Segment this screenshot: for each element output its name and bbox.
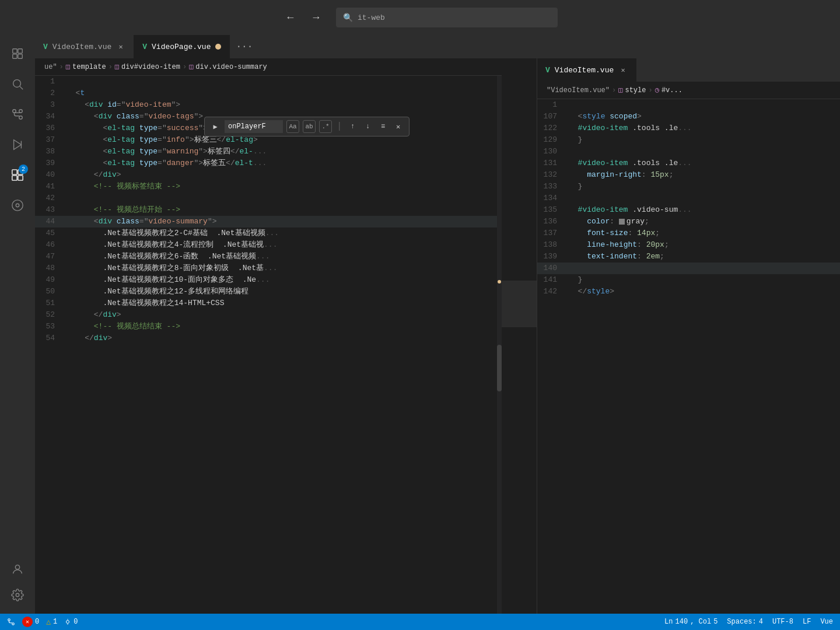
status-language[interactable]: Vue <box>820 618 833 626</box>
breadcrumb-right-selector: #v... <box>662 86 682 94</box>
code-line: 2 <t <box>35 88 502 99</box>
scroll-thumb[interactable] <box>497 345 502 391</box>
status-warning[interactable]: △ 1 <box>46 617 57 626</box>
minimap-canvas <box>502 58 537 614</box>
svg-point-18 <box>16 593 19 597</box>
code-line-highlight: 44 <div class="video-summary"> <box>35 216 502 228</box>
search-expand-arrow[interactable]: ▶ <box>209 121 221 132</box>
match-word-button[interactable]: ab <box>303 120 316 133</box>
find-next-button[interactable]: ↓ <box>362 121 374 132</box>
status-col: 5 <box>713 618 718 626</box>
code-line: 139 text-indent: 2em; <box>537 251 840 262</box>
status-right: Ln 140 , Col 5 Spaces: 4 UTF-8 LF Vue <box>664 618 833 626</box>
error-icon: ✕ <box>22 617 33 627</box>
ports-count: 0 <box>74 618 78 626</box>
vue-icon-1: V <box>43 43 48 51</box>
code-line: 133 } <box>537 181 840 192</box>
forward-button[interactable]: → <box>308 9 324 26</box>
activity-run[interactable] <box>5 132 30 158</box>
breadcrumb-icon-2: ◫ <box>115 62 119 71</box>
top-bar: ← → 🔍 it-web <box>0 0 840 35</box>
tab-label-2: VideoPage.vue <box>152 43 211 51</box>
breadcrumb-right-style: style <box>625 86 646 94</box>
code-line: 135 #video-item .video-sum... <box>537 204 840 216</box>
activity-settings[interactable] <box>5 582 30 608</box>
minimap-slider[interactable] <box>502 281 537 327</box>
find-prev-button[interactable]: ↑ <box>347 121 359 132</box>
svg-rect-15 <box>18 176 23 180</box>
tab-close-right[interactable]: ✕ <box>618 65 628 75</box>
left-code-area[interactable]: 1 2 <t 3 <div id="video-item"> <box>35 76 502 614</box>
code-line: 48 .Net基础视频教程之8-面向对象初级 .Net基... <box>35 262 502 274</box>
tab-videoitem-right[interactable]: V VideoItem.vue ✕ <box>537 58 636 82</box>
scroll-indicator <box>497 76 502 614</box>
activity-account[interactable] <box>5 556 30 582</box>
svg-rect-1 <box>18 49 22 53</box>
status-ports[interactable]: 0 <box>64 618 78 626</box>
code-line: 107 <style scoped> <box>537 111 840 123</box>
address-bar[interactable]: 🔍 it-web <box>336 8 558 27</box>
language-value: Vue <box>820 618 833 626</box>
tab-videopage[interactable]: V VideoPage.vue <box>134 35 230 58</box>
tab-label-1: VideoItem.vue <box>52 43 111 51</box>
line-ending-value: LF <box>803 618 811 626</box>
activity-search[interactable] <box>5 71 30 97</box>
tabs-more-button[interactable]: ··· <box>230 41 258 52</box>
match-case-button[interactable]: Aa <box>286 120 299 133</box>
warning-count: 1 <box>53 618 57 626</box>
svg-rect-3 <box>18 54 22 58</box>
code-line: 38 <el-tag type="warning">标签四</el-... <box>35 146 502 158</box>
right-code-area[interactable]: 1 107 <style scoped> 122 #video-item .to… <box>537 99 840 614</box>
code-line: 52 </div> <box>35 309 502 321</box>
activity-remote[interactable] <box>5 192 30 218</box>
tab-close-1[interactable]: ✕ <box>116 42 125 51</box>
editor-split: ue" › ◫ template › ◫ div#video-item › ◫ … <box>35 58 840 614</box>
search-find-input[interactable] <box>225 120 283 133</box>
search-icon: 🔍 <box>343 13 353 23</box>
find-menu-button[interactable]: ≡ <box>377 121 389 132</box>
svg-point-16 <box>16 204 19 207</box>
encoding-value: UTF-8 <box>772 618 793 626</box>
right-editor-pane: V VideoItem.vue ✕ "VideoItem.vue" › ◫ st… <box>537 58 840 614</box>
activity-bottom-group <box>5 556 30 608</box>
svg-rect-2 <box>13 54 17 58</box>
breadcrumb-div-summary: div.video-summary <box>195 63 267 71</box>
breadcrumb-left: ue" › ◫ template › ◫ div#video-item › ◫ … <box>35 58 502 76</box>
code-line: 122 #video-item .tools .le... <box>537 123 840 134</box>
breadcrumb-icon-3: ◫ <box>189 62 193 71</box>
regex-button[interactable]: .* <box>319 120 332 133</box>
tab-videoitem-1[interactable]: V VideoItem.vue ✕ <box>35 35 134 58</box>
activity-source-control[interactable] <box>5 102 30 127</box>
code-line: 134 <box>537 192 840 204</box>
activity-extensions[interactable]: 2 <box>5 162 30 188</box>
vue-icon-right: V <box>545 66 550 75</box>
code-line: 130 <box>537 146 840 158</box>
svg-rect-12 <box>12 170 17 174</box>
status-bar: ✕ 0 △ 1 0 Ln 140 , Col 5 Spaces: 4 <box>0 614 840 630</box>
editor-container: V VideoItem.vue ✕ V VideoPage.vue ··· ue… <box>35 35 840 614</box>
status-encoding[interactable]: UTF-8 <box>772 618 793 626</box>
status-branch[interactable] <box>7 618 15 626</box>
left-editor-pane: ue" › ◫ template › ◫ div#video-item › ◫ … <box>35 58 502 614</box>
breadcrumb-icon-1: ◫ <box>66 62 70 71</box>
code-table-left: 1 2 <t 3 <div id="video-item"> <box>35 76 502 344</box>
svg-rect-0 <box>13 49 17 53</box>
svg-point-19 <box>8 619 10 621</box>
status-position[interactable]: Ln 140 , Col 5 <box>664 618 718 626</box>
warning-icon: △ <box>46 617 51 626</box>
code-line: 1 <box>35 76 502 88</box>
svg-point-17 <box>15 565 19 569</box>
code-line-active: 140 <box>537 262 840 274</box>
status-spaces[interactable]: Spaces: 4 <box>727 618 763 626</box>
find-close-button[interactable]: ✕ <box>393 121 404 132</box>
code-line: 142 </style> <box>537 286 840 298</box>
tab-label-right: VideoItem.vue <box>555 66 614 75</box>
code-line: 39 <el-tag type="danger">标签五</el-t... <box>35 158 502 169</box>
status-x-button[interactable]: ✕ 0 <box>22 617 39 627</box>
status-line-ending[interactable]: LF <box>803 618 811 626</box>
code-line: 54 </div> <box>35 332 502 344</box>
activity-files[interactable] <box>5 41 30 66</box>
breadcrumb-template: template <box>72 63 106 71</box>
back-button[interactable]: ← <box>282 9 299 26</box>
error-count: 0 <box>35 618 39 626</box>
